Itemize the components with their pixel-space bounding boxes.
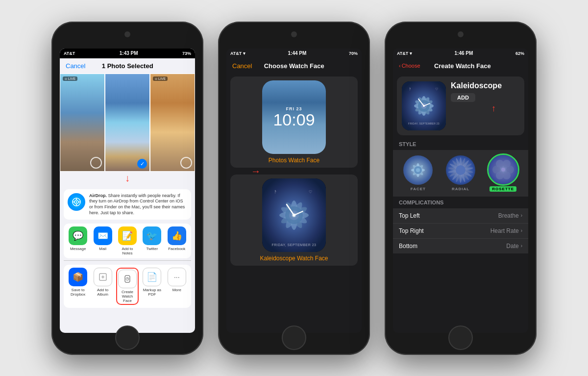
style-rosette[interactable]: ROSETTE: [489, 155, 518, 192]
markup-label: Markup as PDF: [141, 288, 163, 297]
add-album-label: Add to Album: [92, 288, 114, 297]
mail-label: Mail: [99, 247, 106, 251]
create-watch-face-label: Create Watch Face: [118, 290, 137, 303]
message-icon: 💬: [69, 226, 87, 245]
top-left-value: Breathe: [498, 212, 519, 219]
top-right-value: Heart Rate: [490, 227, 519, 234]
top-right-chevron: ›: [521, 228, 522, 233]
top-left-chevron: ›: [521, 213, 522, 218]
complication-bottom[interactable]: Bottom Date ›: [393, 239, 528, 253]
kaleidoscope-clock-svg: FRIDAY, SEPTEMBER 23 ᚫ ♡: [262, 178, 326, 252]
down-arrow-annotation: ↓: [125, 173, 130, 184]
chevron-left-icon: ‹: [399, 63, 401, 69]
battery-1: 73%: [182, 51, 191, 56]
rosette-label: ROSETTE: [490, 186, 516, 192]
rosette-pattern-svg: [489, 155, 518, 184]
photo-thumb-2[interactable]: [105, 74, 150, 172]
svg-line-23: [287, 204, 294, 215]
svg-text:ᚫ: ᚫ: [274, 190, 277, 194]
facet-circle: [403, 155, 433, 185]
kaleidoscope-watch-face-name: Kaleidoscope Watch Face: [260, 255, 328, 262]
watch-detail-card: FRIDAY, SEPTEMBER 23 ᚫ ♡ Kaleidoscope AD…: [397, 76, 524, 135]
share-row-1: 💬 Message ✉️ Mail 📝 Add to Notes 🐦 Twitt…: [64, 224, 191, 258]
create-watch-face-icon: [118, 270, 137, 288]
share-facebook[interactable]: 👍 Facebook: [166, 226, 188, 255]
kaleidoscope-watch-preview: FRIDAY, SEPTEMBER 23 ᚫ ♡: [262, 178, 326, 252]
share-markup[interactable]: 📄 Markup as PDF: [141, 268, 163, 305]
phone-3: AT&T ▾ 1:46 PM 62% ‹ Choose Create Watch…: [385, 22, 537, 355]
share-twitter[interactable]: 🐦 Twitter: [141, 226, 163, 255]
svg-point-58: [456, 165, 466, 175]
share-notes[interactable]: 📝 Add to Notes: [116, 226, 139, 255]
phone-1: AT&T 1:43 PM 73% Cancel 1 Photo Selected…: [51, 22, 203, 355]
detail-watch-pattern: FRIDAY, SEPTEMBER 23 ᚫ ♡: [402, 81, 446, 130]
photos-watch-face-card[interactable]: FRI 23 10:09 Photos Watch Face: [230, 76, 358, 168]
watch-time: 10:09: [273, 111, 315, 128]
nav-title-2: Choose Watch Face: [264, 62, 324, 70]
back-button[interactable]: ‹ Choose: [399, 63, 420, 69]
svg-point-48: [416, 168, 420, 172]
facet-label: FACET: [411, 187, 426, 191]
svg-text:FRIDAY, SEPTEMBER 23: FRIDAY, SEPTEMBER 23: [271, 243, 316, 247]
svg-text:♡: ♡: [309, 190, 312, 194]
battery-3: 62%: [515, 51, 524, 56]
top-right-value-container: Heart Rate ›: [490, 227, 522, 234]
airdrop-description: AirDrop. Share instantly with people nea…: [89, 193, 187, 216]
photo-thumb-3[interactable]: LIVE: [150, 74, 195, 172]
phone3-screen: AT&T ▾ 1:46 PM 62% ‹ Choose Create Watch…: [393, 49, 528, 333]
up-arrow-annotation: ↑: [491, 103, 496, 114]
battery-2: 70%: [349, 51, 358, 56]
svg-text:FRIDAY, SEPTEMBER 23: FRIDAY, SEPTEMBER 23: [408, 122, 440, 125]
status-bar-2: AT&T ▾ 1:44 PM 70%: [226, 49, 362, 58]
mail-icon: ✉️: [94, 226, 112, 245]
message-label: Message: [70, 247, 86, 251]
complications-section-header: Complications: [393, 197, 528, 208]
facet-pattern-svg: [403, 155, 433, 185]
radial-circle: [446, 155, 475, 185]
nav-title-3: Create Watch Face: [434, 62, 491, 70]
photos-grid: LIVE LIVE: [60, 74, 195, 172]
notes-label: Add to Notes: [116, 247, 139, 255]
photo-thumb-1[interactable]: LIVE: [60, 74, 105, 172]
complication-top-right[interactable]: Top Right Heart Rate ›: [393, 224, 528, 239]
add-watch-face-button[interactable]: ADD: [451, 93, 475, 102]
more-icon: ···: [168, 268, 186, 286]
phone2-nav: Cancel Choose Watch Face: [226, 58, 362, 74]
airdrop-icon: [68, 193, 85, 211]
share-mail[interactable]: ✉️ Mail: [92, 226, 114, 255]
status-bar-3: AT&T ▾ 1:46 PM 62%: [393, 49, 528, 58]
radial-label: RADIAL: [452, 187, 469, 191]
live-badge-1: LIVE: [63, 76, 77, 81]
share-dropbox[interactable]: 📦 Save to Dropbox: [67, 268, 89, 305]
svg-point-65: [496, 160, 504, 168]
status-bar-1: AT&T 1:43 PM 73%: [60, 49, 195, 58]
status-icons-1: 73%: [182, 51, 191, 56]
rosette-circle: [489, 155, 518, 184]
svg-point-25: [293, 214, 295, 217]
kaleidoscope-watch-face-card[interactable]: FRIDAY, SEPTEMBER 23 ᚫ ♡ Kaleidoscope Wa…: [230, 175, 358, 266]
share-add-album[interactable]: Add to Album: [92, 268, 114, 305]
bottom-label: Bottom: [399, 243, 417, 250]
style-facet[interactable]: FACET: [403, 155, 433, 191]
share-create-watch-face[interactable]: Create Watch Face: [116, 268, 139, 305]
cancel-button-2[interactable]: Cancel: [232, 62, 252, 70]
watch-name-heading: Kaleidoscope: [451, 81, 519, 90]
style-options-row: FACET: [393, 150, 528, 197]
add-album-icon: [94, 268, 112, 286]
radial-pattern-svg: [446, 155, 475, 185]
facebook-icon: 👍: [168, 226, 186, 245]
svg-point-64: [503, 160, 511, 168]
share-message[interactable]: 💬 Message: [67, 226, 89, 255]
complication-top-left[interactable]: Top Left Breathe ›: [393, 208, 528, 224]
facebook-label: Facebook: [168, 247, 185, 251]
svg-point-2: [76, 201, 77, 202]
more-label: More: [172, 288, 181, 292]
markup-icon: 📄: [143, 268, 161, 286]
share-more[interactable]: ··· More: [166, 268, 188, 305]
photos-watch-preview: FRI 23 10:09: [262, 80, 326, 154]
airdrop-section: AirDrop. Share instantly with people nea…: [64, 189, 191, 220]
style-radial[interactable]: RADIAL: [446, 155, 475, 191]
cancel-button-1[interactable]: Cancel: [66, 62, 85, 70]
carrier-1: AT&T: [64, 51, 75, 56]
svg-point-39: [423, 105, 425, 107]
